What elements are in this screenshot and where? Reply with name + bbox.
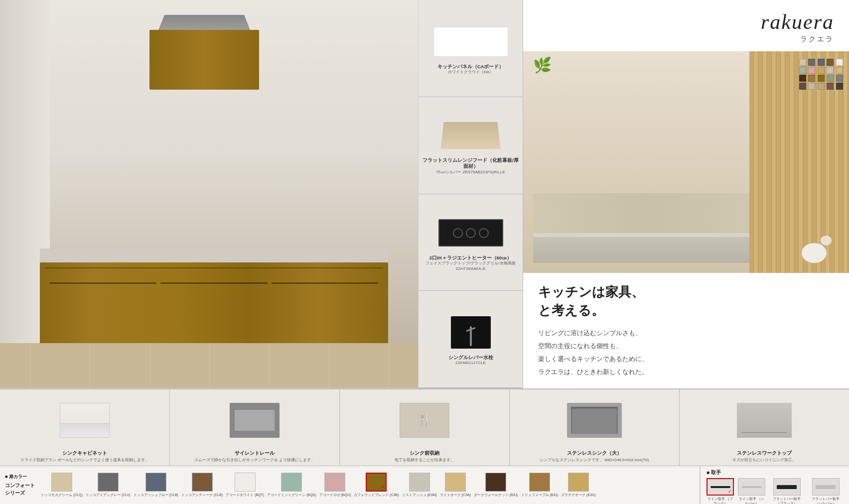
door-color-swatches-row: トッコモカクリーム (CLQ)トッコアイアングレー (CLV)トッコアッシュブル… — [41, 473, 695, 497]
handle-item-2[interactable]: フラットバー取手 （ブラック） — [769, 478, 804, 504]
handle-item-3[interactable]: フラットバー取手 （シルバー） — [808, 478, 843, 504]
worktop-img-box — [683, 393, 846, 448]
swatch-16[interactable] — [799, 83, 806, 90]
door-color-swatch-1[interactable]: トッコアイアングレー (CLV) — [86, 473, 131, 497]
faucet-shape — [470, 326, 472, 346]
swatch-18[interactable] — [818, 83, 825, 90]
door-color-swatch-6[interactable]: アコードロゼ (BQU) — [319, 473, 351, 497]
ih-circle-2 — [466, 228, 476, 238]
overhead-cabinet — [149, 30, 259, 90]
island-handles — [50, 282, 378, 284]
bottom-panel: ■ 扉カラー コンフォートシリーズ トッコモカクリーム (CLQ)トッコアイアン… — [0, 466, 849, 504]
door-color-swatch-4[interactable]: アコードホワイト (BQT) — [226, 473, 264, 497]
product-thumb-panel[interactable]: キッチンパネル（CAボード） ホワイトクラウド（DA） — [419, 0, 523, 97]
handle-2 — [160, 282, 267, 284]
swatch-12[interactable] — [808, 75, 815, 82]
handle-item-0[interactable]: ライン取手 （ブラック） — [707, 478, 734, 504]
sheep-head — [821, 236, 832, 246]
sheep-decoration — [794, 223, 834, 263]
handle-items: ライン取手 （ブラック）ライン取手 （シルバー）フラットバー取手 （ブラック）フ… — [707, 478, 843, 504]
sink-cabinet-title: シンクキャビネット — [62, 450, 107, 457]
marketing-line-2: 空間の主役になれる個性も、 — [538, 340, 834, 353]
silent-rail-img-box — [173, 393, 336, 448]
feature-worktop[interactable]: ステンレスワークトップ キズが目立ちにいコイニング加工。 — [680, 389, 849, 466]
swatch-20[interactable] — [836, 83, 843, 90]
handle-1 — [50, 282, 156, 284]
panel-image — [428, 22, 513, 62]
sink-cabinet-img-box — [3, 393, 166, 448]
series-label: コンフォートシリーズ — [5, 482, 35, 497]
worktop-title: ステンレスワークトップ — [737, 450, 792, 457]
swatch-5[interactable] — [836, 59, 843, 66]
door-color-section: ■ 扉カラー コンフォートシリーズ トッコモカクリーム (CLQ)トッコアイアン… — [0, 466, 700, 504]
swatch-2[interactable] — [808, 59, 815, 66]
kitchen-island — [40, 249, 388, 348]
faucet-subtitle: ZZKMS111TCLE — [455, 361, 486, 366]
faucet-image — [428, 313, 513, 353]
brand-showcase: 🌿 — [523, 51, 849, 273]
door-color-label-area: ■ 扉カラー コンフォートシリーズ — [5, 474, 35, 497]
showcase-color-swatches — [799, 59, 844, 90]
door-color-swatch-2[interactable]: トッコアッシュブルー (CLB) — [134, 473, 178, 497]
door-color-swatch-10[interactable]: ダークウォールナット (B3J) — [474, 473, 518, 497]
ih-image — [428, 213, 513, 253]
swatch-17[interactable] — [808, 83, 815, 90]
hood-img-shape — [441, 122, 501, 149]
marketing-line-3: 楽しく選べるキッチンであるために、 — [538, 353, 834, 366]
door-color-swatch-7[interactable]: カフェウッドブレンド (C3B) — [354, 473, 399, 497]
silent-rail-desc: スムーズで静かな引き出しがキッチンワークを より快適にします。 — [194, 458, 315, 463]
swatch-9[interactable] — [827, 67, 834, 74]
door-color-swatch-0[interactable]: トッコモカクリーム (CLQ) — [41, 473, 83, 497]
swatch-19[interactable] — [827, 83, 834, 90]
swatch-6[interactable] — [799, 67, 806, 74]
plant-leaves-icon: 🌿 — [533, 57, 552, 73]
swatch-10[interactable] — [836, 67, 843, 74]
silent-rail-image — [230, 403, 280, 438]
marketing-text-area: キッチンは家具、と考える。 リビングに溶け込むシンプルさも、 空間の主役になれる… — [523, 273, 849, 388]
sink-cabinet-image — [60, 403, 110, 438]
product-thumb-hood[interactable]: フラットスリムレンジフード（化粧幕板/厚面材） 75㎝/シルバー ZRS75AB… — [419, 97, 523, 194]
door-color-swatch-11[interactable]: トリュフメープル (B3J) — [521, 473, 559, 497]
top-section: キッチンパネル（CAボード） ホワイトクラウド（DA） フラットスリムレンジフー… — [0, 0, 849, 388]
handle-3 — [272, 282, 378, 284]
door-color-swatch-9[interactable]: ライトオーク (C3A) — [440, 473, 471, 497]
product-thumb-faucet[interactable]: シングルレバー水栓 ZZKMS111TCLE — [419, 291, 523, 388]
swatch-15[interactable] — [836, 75, 843, 82]
ss-sink-image — [567, 403, 622, 438]
swatch-7[interactable] — [808, 67, 815, 74]
floor — [0, 343, 418, 388]
feature-sink-front[interactable]: 🍴 シンク前収納 包丁を収納することが出来ます。 — [340, 389, 510, 466]
swatch-8[interactable] — [818, 67, 825, 74]
feature-stainless-sink[interactable]: ステンレスシンク（大） シンプルなステンレスシンクです。 W82×D48.5×H… — [510, 389, 680, 466]
door-color-swatch-3[interactable]: トッコアンティーク (CLB) — [181, 473, 223, 497]
panel-subtitle: ホワイトクラウド（DA） — [448, 70, 493, 75]
worktop-image — [737, 403, 792, 438]
faucet-title: シングルレバー水栓 — [448, 355, 493, 361]
brand-header: rakuera ラクエラ — [523, 0, 849, 51]
island-front — [40, 262, 388, 348]
feature-sink-cabinet[interactable]: シンクキャビネット スライド収納プラン ポールなどのシンクでよく使う道具を収納し… — [0, 389, 170, 466]
swatch-1[interactable] — [799, 59, 806, 66]
swatch-3[interactable] — [818, 59, 825, 66]
door-color-swatch-8[interactable]: ミストアッシュ (E3M) — [402, 473, 437, 497]
sink-front-icon: 🍴 — [417, 413, 432, 427]
marketing-line-4: ラクエラは、ひときわ新しくなれた。 — [538, 366, 834, 378]
marketing-body: リビングに溶け込むシンプルさも、 空間の主役になれる個性も、 楽しく選べるキッチ… — [538, 327, 834, 378]
sink-cabinet-desc: スライド収納プラン ポールなどのシンクでよく使う道具を収納します。 — [20, 458, 149, 463]
swatch-13[interactable] — [818, 75, 825, 82]
handle-item-1[interactable]: ライン取手 （シルバー） — [738, 478, 765, 504]
feature-silent-rail[interactable]: サイレントレール スムーズで静かな引き出しがキッチンワークを より快適にします。 — [170, 389, 340, 466]
product-thumb-ih[interactable]: 2口IH＋ラジエントヒーター（60㎝） フェイスブラックトップ/ブラックグリル/… — [419, 194, 523, 291]
door-color-swatch-5[interactable]: アコードミントグリーン (BQS) — [267, 473, 316, 497]
feature-images-strip: シンクキャビネット スライド収納プラン ポールなどのシンクでよく使う道具を収納し… — [0, 388, 849, 466]
swatch-11[interactable] — [799, 75, 806, 82]
ss-sink-img-box — [513, 393, 676, 448]
right-panel: rakuera ラクエラ 🌿 — [523, 0, 849, 388]
swatch-4[interactable] — [827, 59, 834, 66]
silent-rail-title: サイレントレール — [235, 450, 275, 457]
worktop-desc: キズが目立ちにいコイニング加工。 — [732, 458, 796, 463]
door-color-swatch-12[interactable]: ズラチナオーク (E3G) — [561, 473, 596, 497]
kitchen-main-image — [0, 0, 419, 388]
swatch-14[interactable] — [827, 75, 834, 82]
ih-circles — [453, 228, 489, 238]
